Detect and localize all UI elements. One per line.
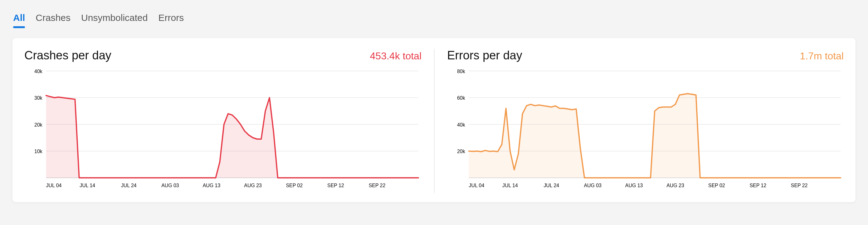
chart-crashes-area [46, 95, 418, 178]
y-tick-label: 80k [457, 69, 465, 74]
tab-crashes[interactable]: Crashes [36, 9, 70, 27]
chart-errors-area [469, 94, 841, 178]
charts-card: Crashes per day453.4k total10k20k30k40kJ… [12, 38, 856, 202]
x-tick-label: SEP 02 [286, 183, 303, 188]
chart-errors-svg: 20k40k60k80kJUL 04JUL 14JUL 24AUG 03AUG … [447, 68, 844, 193]
chart-header: Crashes per day453.4k total [24, 49, 422, 62]
y-tick-label: 20k [34, 122, 42, 128]
charts-row: Crashes per day453.4k total10k20k30k40kJ… [24, 49, 844, 193]
x-tick-label: SEP 12 [327, 183, 344, 188]
tab-errors[interactable]: Errors [158, 9, 184, 27]
chart-cell-errors: Errors per day1.7m total20k40k60k80kJUL … [434, 49, 844, 193]
chart-crashes[interactable]: 10k20k30k40kJUL 04JUL 14JUL 24AUG 03AUG … [24, 68, 422, 193]
x-tick-label: SEP 22 [791, 183, 808, 188]
x-tick-label: AUG 03 [161, 183, 179, 188]
chart-cell-crashes: Crashes per day453.4k total10k20k30k40kJ… [24, 49, 434, 193]
y-tick-label: 20k [457, 149, 465, 154]
y-tick-label: 30k [34, 95, 42, 101]
chart-crashes-svg: 10k20k30k40kJUL 04JUL 14JUL 24AUG 03AUG … [24, 68, 422, 193]
x-tick-label: SEP 02 [708, 183, 725, 188]
x-tick-label: JUL 14 [502, 183, 518, 188]
tab-all[interactable]: All [13, 9, 25, 27]
x-tick-label: JUL 04 [469, 183, 485, 188]
tab-unsymbolicated[interactable]: Unsymbolicated [81, 9, 148, 27]
x-tick-label: AUG 23 [666, 183, 684, 188]
y-tick-label: 10k [34, 149, 42, 154]
tabs: AllCrashesUnsymbolicatedErrors [12, 9, 856, 27]
y-tick-label: 40k [457, 122, 465, 128]
x-tick-label: AUG 23 [244, 183, 262, 188]
chart-title: Crashes per day [24, 49, 112, 62]
chart-title: Errors per day [447, 49, 522, 62]
x-tick-label: AUG 13 [203, 183, 221, 188]
x-tick-label: JUL 24 [121, 183, 137, 188]
x-tick-label: JUL 14 [80, 183, 95, 188]
x-tick-label: SEP 22 [369, 183, 385, 188]
page-root: AllCrashesUnsymbolicatedErrors Crashes p… [0, 0, 868, 225]
y-tick-label: 40k [34, 69, 42, 74]
x-tick-label: AUG 03 [584, 183, 601, 188]
x-tick-label: JUL 24 [544, 183, 559, 188]
x-tick-label: SEP 12 [749, 183, 766, 188]
chart-total: 453.4k total [370, 50, 422, 62]
chart-total: 1.7m total [800, 50, 844, 62]
x-tick-label: AUG 13 [625, 183, 643, 188]
chart-header: Errors per day1.7m total [447, 49, 844, 62]
y-tick-label: 60k [457, 95, 465, 101]
x-tick-label: JUL 04 [46, 183, 62, 188]
chart-errors[interactable]: 20k40k60k80kJUL 04JUL 14JUL 24AUG 03AUG … [447, 68, 844, 193]
